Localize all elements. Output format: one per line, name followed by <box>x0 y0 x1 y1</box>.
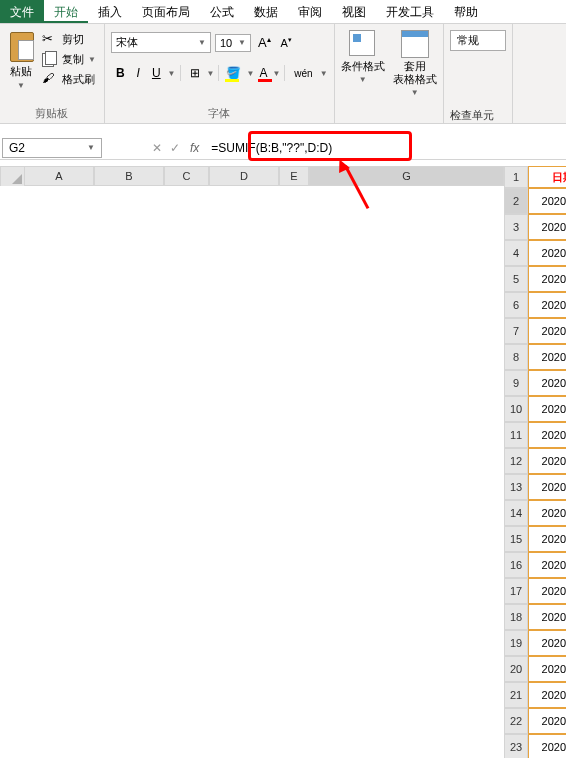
copy-dropdown[interactable]: ▼ <box>88 55 96 64</box>
cf-dropdown[interactable]: ▼ <box>359 75 367 84</box>
cell-A8[interactable]: 2020/7/2 <box>528 344 566 370</box>
row-header-14[interactable]: 14 <box>504 500 528 526</box>
cell-A14[interactable]: 2020/7/3 <box>528 500 566 526</box>
row-header-5[interactable]: 5 <box>504 266 528 292</box>
row-header-19[interactable]: 19 <box>504 630 528 656</box>
menu-insert[interactable]: 插入 <box>88 0 132 23</box>
col-header-A[interactable]: A <box>24 166 94 186</box>
cell-A20[interactable]: 2020/7/4 <box>528 656 566 682</box>
cell-A15[interactable]: 2020/7/3 <box>528 526 566 552</box>
cell-A7[interactable]: 2020/7/1 <box>528 318 566 344</box>
phonetic-button[interactable]: wén <box>289 65 317 82</box>
cell-A18[interactable]: 2020/7/4 <box>528 604 566 630</box>
format-painter-button[interactable]: 格式刷 <box>40 70 98 88</box>
underline-button[interactable]: U <box>147 63 166 83</box>
name-box-dropdown[interactable]: ▼ <box>87 143 95 152</box>
cell-A11[interactable]: 2020/7/2 <box>528 422 566 448</box>
cell-A13[interactable]: 2020/7/2 <box>528 474 566 500</box>
menu-home[interactable]: 开始 <box>44 0 88 23</box>
row-header-13[interactable]: 13 <box>504 474 528 500</box>
cell-A1[interactable]: 日期 <box>528 166 566 188</box>
cell-A23[interactable]: 2020/7/4 <box>528 734 566 758</box>
paste-label: 粘贴 <box>10 64 32 79</box>
fx-icon[interactable]: fx <box>190 141 199 155</box>
copy-button[interactable]: 复制 ▼ <box>40 50 98 68</box>
col-header-E[interactable]: E <box>279 166 309 186</box>
conditional-format-button[interactable]: 条件格式 ▼ <box>341 26 385 84</box>
italic-button[interactable]: I <box>132 63 145 83</box>
name-box-value: G2 <box>9 141 25 155</box>
font-size-combo[interactable]: 10 ▼ <box>215 34 251 52</box>
menu-view[interactable]: 视图 <box>332 0 376 23</box>
menu-review[interactable]: 审阅 <box>288 0 332 23</box>
accept-formula-button[interactable]: ✓ <box>170 141 180 155</box>
worksheet[interactable]: ABCDEG1234567891011121314151617181920212… <box>0 166 566 758</box>
fill-color-button[interactable]: 🪣 <box>223 64 244 82</box>
font-name-dropdown[interactable]: ▼ <box>198 38 206 47</box>
fill-dropdown[interactable]: ▼ <box>246 69 254 78</box>
cell-A17[interactable]: 2020/7/3 <box>528 578 566 604</box>
row-header-8[interactable]: 8 <box>504 344 528 370</box>
cell-A5[interactable]: 2020/7/1 <box>528 266 566 292</box>
cut-button[interactable]: 剪切 <box>40 30 98 48</box>
font-name-combo[interactable]: 宋体 ▼ <box>111 32 211 53</box>
menu-formulas[interactable]: 公式 <box>200 0 244 23</box>
menu-pagelayout[interactable]: 页面布局 <box>132 0 200 23</box>
col-header-B[interactable]: B <box>94 166 164 186</box>
font-color-dropdown[interactable]: ▼ <box>272 69 280 78</box>
underline-dropdown[interactable]: ▼ <box>168 69 176 78</box>
table-format-button[interactable]: 套用 表格格式 ▼ <box>393 26 437 97</box>
border-button[interactable]: ⊞ <box>185 63 205 83</box>
select-all-corner[interactable] <box>0 166 24 186</box>
row-header-12[interactable]: 12 <box>504 448 528 474</box>
menu-help[interactable]: 帮助 <box>444 0 488 23</box>
tf-dropdown[interactable]: ▼ <box>411 88 419 97</box>
font-size-dropdown[interactable]: ▼ <box>238 38 246 47</box>
row-header-4[interactable]: 4 <box>504 240 528 266</box>
row-header-1[interactable]: 1 <box>504 166 528 188</box>
row-header-2[interactable]: 2 <box>504 188 528 214</box>
bold-button[interactable]: B <box>111 63 130 83</box>
ribbon: 粘贴 ▼ 剪切 复制 ▼ 格式刷 剪贴板 <box>0 24 566 124</box>
menu-developer[interactable]: 开发工具 <box>376 0 444 23</box>
increase-font-button[interactable]: A▴ <box>255 33 274 52</box>
cell-A16[interactable]: 2020/7/3 <box>528 552 566 578</box>
row-header-11[interactable]: 11 <box>504 422 528 448</box>
col-header-D[interactable]: D <box>209 166 279 186</box>
row-header-21[interactable]: 21 <box>504 682 528 708</box>
menu-data[interactable]: 数据 <box>244 0 288 23</box>
cell-A19[interactable]: 2020/7/4 <box>528 630 566 656</box>
cell-A10[interactable]: 2020/7/2 <box>528 396 566 422</box>
row-header-23[interactable]: 23 <box>504 734 528 758</box>
row-header-9[interactable]: 9 <box>504 370 528 396</box>
row-header-3[interactable]: 3 <box>504 214 528 240</box>
cell-A12[interactable]: 2020/7/2 <box>528 448 566 474</box>
font-color-button[interactable]: A <box>256 64 270 82</box>
cell-A21[interactable]: 2020/7/4 <box>528 682 566 708</box>
cell-A22[interactable]: 2020/7/4 <box>528 708 566 734</box>
row-header-17[interactable]: 17 <box>504 578 528 604</box>
decrease-font-button[interactable]: A▾ <box>278 34 295 51</box>
border-dropdown[interactable]: ▼ <box>207 69 215 78</box>
row-header-16[interactable]: 16 <box>504 552 528 578</box>
cell-A4[interactable]: 2020/7/1 <box>528 240 566 266</box>
row-header-15[interactable]: 15 <box>504 526 528 552</box>
row-header-6[interactable]: 6 <box>504 292 528 318</box>
cancel-formula-button[interactable]: ✕ <box>152 141 162 155</box>
paste-dropdown-arrow[interactable]: ▼ <box>17 81 25 90</box>
name-box[interactable]: G2 ▼ <box>2 138 102 158</box>
cell-A9[interactable]: 2020/7/2 <box>528 370 566 396</box>
cell-A3[interactable]: 2020/7/1 <box>528 214 566 240</box>
paste-button[interactable]: 粘贴 ▼ <box>6 26 36 90</box>
row-header-7[interactable]: 7 <box>504 318 528 344</box>
row-header-22[interactable]: 22 <box>504 708 528 734</box>
menu-file[interactable]: 文件 <box>0 0 44 23</box>
phonetic-dropdown[interactable]: ▼ <box>320 69 328 78</box>
row-header-20[interactable]: 20 <box>504 656 528 682</box>
row-header-18[interactable]: 18 <box>504 604 528 630</box>
row-header-10[interactable]: 10 <box>504 396 528 422</box>
cell-A2[interactable]: 2020/7/1 <box>528 188 566 214</box>
cell-A6[interactable]: 2020/7/1 <box>528 292 566 318</box>
col-header-C[interactable]: C <box>164 166 209 186</box>
number-format-combo[interactable]: 常规 <box>450 30 506 51</box>
